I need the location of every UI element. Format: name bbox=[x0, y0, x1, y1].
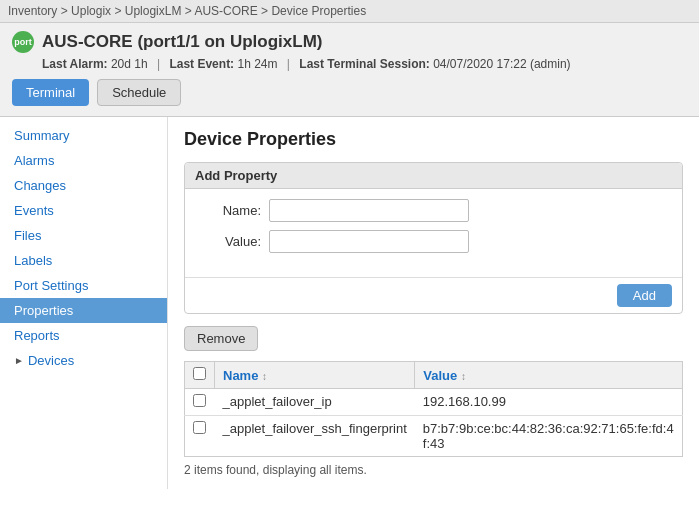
add-property-box: Add Property Name: Value: Add bbox=[184, 162, 683, 314]
table-header-row: Name ↕ Value ↕ bbox=[185, 362, 683, 389]
sidebar-item-summary[interactable]: Summary bbox=[0, 123, 167, 148]
sep2: | bbox=[287, 57, 290, 71]
th-value[interactable]: Value ↕ bbox=[415, 362, 683, 389]
row-checkbox[interactable] bbox=[193, 394, 206, 407]
select-all-checkbox[interactable] bbox=[193, 367, 206, 380]
schedule-button[interactable]: Schedule bbox=[97, 79, 181, 106]
add-button[interactable]: Add bbox=[617, 284, 672, 307]
add-property-header: Add Property bbox=[185, 163, 682, 189]
th-name-label: Name bbox=[223, 368, 258, 383]
sidebar-item-events[interactable]: Events bbox=[0, 198, 167, 223]
sidebar-group-label: Devices bbox=[28, 353, 74, 368]
last-alarm-label: Last Alarm: bbox=[42, 57, 108, 71]
device-title: AUS-CORE (port1/1 on UplogixLM) bbox=[42, 32, 322, 52]
th-value-label: Value bbox=[423, 368, 457, 383]
remove-button[interactable]: Remove bbox=[184, 326, 258, 351]
table-footer: 2 items found, displaying all items. bbox=[184, 463, 683, 477]
cell-name: _applet_failover_ssh_fingerprint bbox=[215, 416, 415, 457]
cell-name: _applet_failover_ip bbox=[215, 389, 415, 416]
sidebar: Summary Alarms Changes Events Files Labe… bbox=[0, 117, 168, 489]
sidebar-item-labels[interactable]: Labels bbox=[0, 248, 167, 273]
main-layout: Summary Alarms Changes Events Files Labe… bbox=[0, 117, 699, 489]
last-event-value: 1h 24m bbox=[237, 57, 277, 71]
name-label: Name: bbox=[201, 203, 261, 218]
terminal-button[interactable]: Terminal bbox=[12, 79, 89, 106]
last-terminal-value: 04/07/2020 17:22 (admin) bbox=[433, 57, 570, 71]
table-row: _applet_failover_ip192.168.10.99 bbox=[185, 389, 683, 416]
th-name[interactable]: Name ↕ bbox=[215, 362, 415, 389]
sort-arrow-value: ↕ bbox=[461, 371, 466, 382]
sidebar-item-reports[interactable]: Reports bbox=[0, 323, 167, 348]
cell-value: b7:b7:9b:ce:bc:44:82:36:ca:92:71:65:fe:f… bbox=[415, 416, 683, 457]
main-content: Device Properties Add Property Name: Val… bbox=[168, 117, 699, 489]
sep1: | bbox=[157, 57, 160, 71]
name-row: Name: bbox=[201, 199, 666, 222]
add-property-body: Name: Value: bbox=[185, 189, 682, 273]
device-header: port AUS-CORE (port1/1 on UplogixLM) Las… bbox=[0, 23, 699, 117]
sidebar-item-devices[interactable]: ► Devices bbox=[0, 348, 167, 373]
sidebar-item-alarms[interactable]: Alarms bbox=[0, 148, 167, 173]
last-alarm-value: 20d 1h bbox=[111, 57, 148, 71]
properties-table: Name ↕ Value ↕ _applet_failover_ip192.16… bbox=[184, 361, 683, 457]
last-terminal-label: Last Terminal Session: bbox=[299, 57, 429, 71]
form-actions: Add bbox=[185, 277, 682, 313]
sidebar-item-properties[interactable]: Properties bbox=[0, 298, 167, 323]
th-checkbox bbox=[185, 362, 215, 389]
value-label: Value: bbox=[201, 234, 261, 249]
sort-arrow-name: ↕ bbox=[262, 371, 267, 382]
device-meta: Last Alarm: 20d 1h | Last Event: 1h 24m … bbox=[12, 57, 687, 71]
sidebar-item-files[interactable]: Files bbox=[0, 223, 167, 248]
chevron-right-icon: ► bbox=[14, 355, 24, 366]
sidebar-item-changes[interactable]: Changes bbox=[0, 173, 167, 198]
name-input[interactable] bbox=[269, 199, 469, 222]
page-title: Device Properties bbox=[184, 129, 683, 150]
row-checkbox[interactable] bbox=[193, 421, 206, 434]
value-row: Value: bbox=[201, 230, 666, 253]
breadcrumb: Inventory > Uplogix > UplogixLM > AUS-CO… bbox=[0, 0, 699, 23]
cell-value: 192.168.10.99 bbox=[415, 389, 683, 416]
sidebar-item-port-settings[interactable]: Port Settings bbox=[0, 273, 167, 298]
value-input[interactable] bbox=[269, 230, 469, 253]
last-event-label: Last Event: bbox=[169, 57, 234, 71]
status-indicator: port bbox=[12, 31, 34, 53]
table-row: _applet_failover_ssh_fingerprintb7:b7:9b… bbox=[185, 416, 683, 457]
